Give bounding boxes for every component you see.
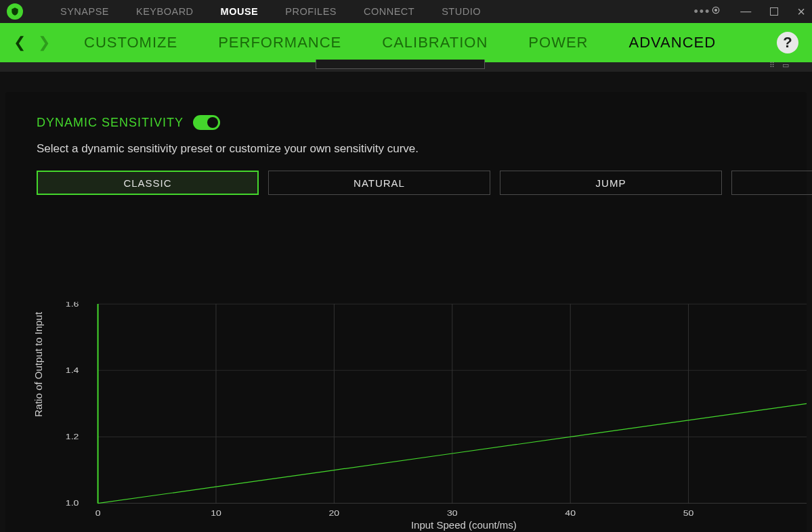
profile-select-stub[interactable] <box>316 60 485 69</box>
nav-back-icon[interactable]: ❮ <box>14 34 26 51</box>
svg-text:10: 10 <box>211 509 221 517</box>
sub-tab-performance[interactable]: PERFORMANCE <box>218 34 341 51</box>
close-icon[interactable]: × <box>797 4 805 20</box>
dynamic-sensitivity-toggle[interactable] <box>193 115 220 130</box>
app-logo-icon <box>7 3 23 20</box>
app-more-icon[interactable]: ••• <box>693 5 710 19</box>
app-title-bar: SYNAPSEKEYBOARDMOUSEPROFILESCONNECTSTUDI… <box>0 0 812 23</box>
sensitivity-chart[interactable]: Ratio of Output to Input Input Speed (co… <box>37 302 807 532</box>
svg-text:0: 0 <box>95 509 101 517</box>
linked-devices-icon[interactable]: ⠿ ▭ <box>769 61 792 70</box>
sub-tab-advanced[interactable]: ADVANCED <box>628 34 716 51</box>
svg-text:20: 20 <box>329 509 340 517</box>
preset-button-natural[interactable]: NATURAL <box>268 171 490 195</box>
app-tab-synapse[interactable]: SYNAPSE <box>60 6 109 17</box>
svg-text:50: 50 <box>683 509 694 517</box>
chart-x-label: Input Speed (count/ms) <box>411 519 517 531</box>
svg-text:1.4: 1.4 <box>66 367 79 375</box>
svg-text:1.2: 1.2 <box>66 433 79 441</box>
svg-text:30: 30 <box>447 509 458 517</box>
app-tab-mouse[interactable]: MOUSE <box>221 6 259 17</box>
svg-text:1.6: 1.6 <box>66 302 79 308</box>
nav-forward-icon[interactable]: ❯ <box>38 34 50 51</box>
preset-button-classic[interactable]: CLASSIC <box>37 171 259 195</box>
app-tab-studio[interactable]: STUDIO <box>442 6 481 17</box>
section-title: DYNAMIC SENSITIVITY <box>37 116 184 130</box>
advanced-panel: DYNAMIC SENSITIVITY Select a dynamic sen… <box>5 92 807 532</box>
context-toolbar: ⠿ ▭ <box>0 62 812 72</box>
section-description: Select a dynamic sensitivity preset or c… <box>37 142 775 156</box>
svg-text:40: 40 <box>565 509 576 517</box>
settings-icon[interactable] <box>710 5 721 18</box>
preset-button-extra[interactable] <box>731 171 812 195</box>
help-button[interactable]: ? <box>777 32 798 53</box>
app-tab-connect[interactable]: CONNECT <box>364 6 414 17</box>
svg-point-1 <box>715 9 717 12</box>
svg-text:1.0: 1.0 <box>66 500 79 508</box>
minimize-icon[interactable]: — <box>740 5 751 18</box>
chart-y-label: Ratio of Output to Input <box>33 312 44 417</box>
sub-tab-customize[interactable]: CUSTOMIZE <box>84 34 177 51</box>
maximize-icon[interactable] <box>770 7 778 16</box>
sub-navigation-bar: ❮ ❯ CUSTOMIZEPERFORMANCECALIBRATIONPOWER… <box>0 23 812 62</box>
app-tab-keyboard[interactable]: KEYBOARD <box>136 6 194 17</box>
preset-button-jump[interactable]: JUMP <box>500 171 722 195</box>
sub-tab-power[interactable]: POWER <box>528 34 588 51</box>
sub-tab-calibration[interactable]: CALIBRATION <box>382 34 488 51</box>
app-tab-profiles[interactable]: PROFILES <box>285 6 337 17</box>
